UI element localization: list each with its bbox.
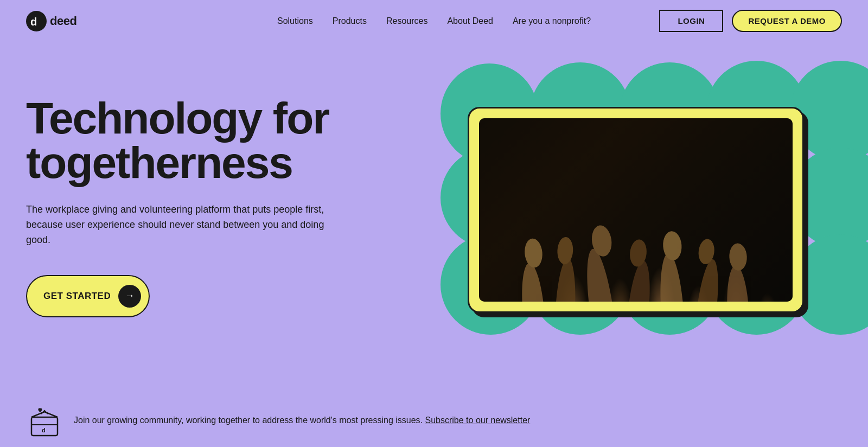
logo-text: deed — [50, 14, 76, 28]
logo[interactable]: d deed — [26, 11, 76, 31]
nav-item-nonprofit[interactable]: Are you a nonprofit? — [513, 16, 591, 26]
arrow-icon: → — [118, 285, 141, 308]
bottom-description: Join our growing community, working toge… — [74, 414, 530, 427]
hero-visual — [430, 58, 842, 362]
community-icon: d — [26, 402, 63, 439]
nav-item-solutions[interactable]: Solutions — [277, 16, 313, 26]
box-icon-svg: d — [26, 402, 63, 439]
video-content — [479, 118, 793, 302]
get-started-label: GET STARTED — [43, 291, 111, 302]
hero-left: Technology for togetherness The workplac… — [26, 63, 395, 317]
svg-point-5 — [557, 237, 573, 265]
nav-actions: LOGIN REQUEST A DEMO — [659, 10, 842, 32]
get-started-button[interactable]: GET STARTED → — [26, 275, 150, 317]
login-button[interactable]: LOGIN — [659, 10, 723, 32]
demo-button[interactable]: REQUEST A DEMO — [732, 10, 842, 32]
svg-point-15 — [729, 242, 748, 271]
svg-point-2 — [519, 262, 548, 302]
navbar: d deed Solutions Products Resources Abou… — [0, 0, 868, 42]
svg-point-12 — [691, 258, 723, 302]
hero-subtitle: The workplace giving and volunteering pl… — [26, 202, 330, 248]
nav-item-resources[interactable]: Resources — [386, 16, 427, 26]
hero-section: Technology for togetherness The workplac… — [0, 42, 868, 384]
svg-point-3 — [524, 238, 544, 268]
logo-icon: d — [26, 11, 47, 31]
nav-item-about[interactable]: About Deed — [447, 16, 493, 26]
nav-item-products[interactable]: Products — [333, 16, 367, 26]
newsletter-link[interactable]: Subscribe to our newsletter — [425, 416, 531, 425]
hero-title: Technology for togetherness — [26, 96, 395, 185]
hands-svg — [479, 146, 793, 302]
svg-text:d: d — [30, 16, 37, 28]
bottom-bar: d Join our growing community, working to… — [0, 389, 868, 447]
nav-links: Solutions Products Resources About Deed … — [277, 16, 591, 26]
svg-text:d: d — [42, 427, 46, 433]
video-frame — [468, 107, 804, 313]
